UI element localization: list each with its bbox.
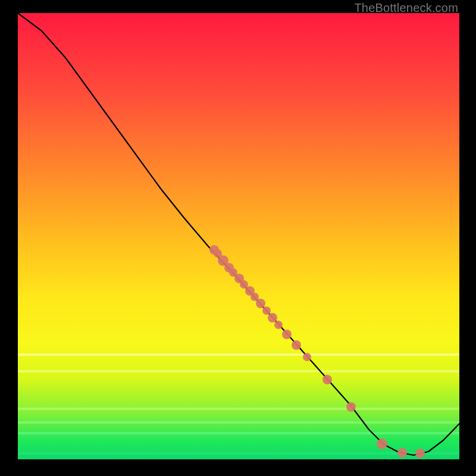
- data-marker: [292, 340, 301, 350]
- data-marker: [322, 375, 332, 384]
- data-marker: [262, 306, 271, 315]
- data-marker: [377, 439, 387, 449]
- plot-area: [18, 13, 459, 459]
- curve-svg: [18, 13, 459, 459]
- data-marker: [397, 448, 407, 458]
- data-marker: [274, 321, 283, 329]
- markers-group: [209, 245, 425, 458]
- chart-frame: TheBottleneck.com: [0, 0, 476, 476]
- data-marker: [268, 313, 277, 322]
- data-marker: [282, 330, 292, 339]
- data-marker: [303, 353, 311, 361]
- data-marker: [346, 402, 356, 412]
- curve-line: [18, 13, 459, 455]
- data-marker: [256, 299, 265, 308]
- data-marker: [415, 449, 425, 458]
